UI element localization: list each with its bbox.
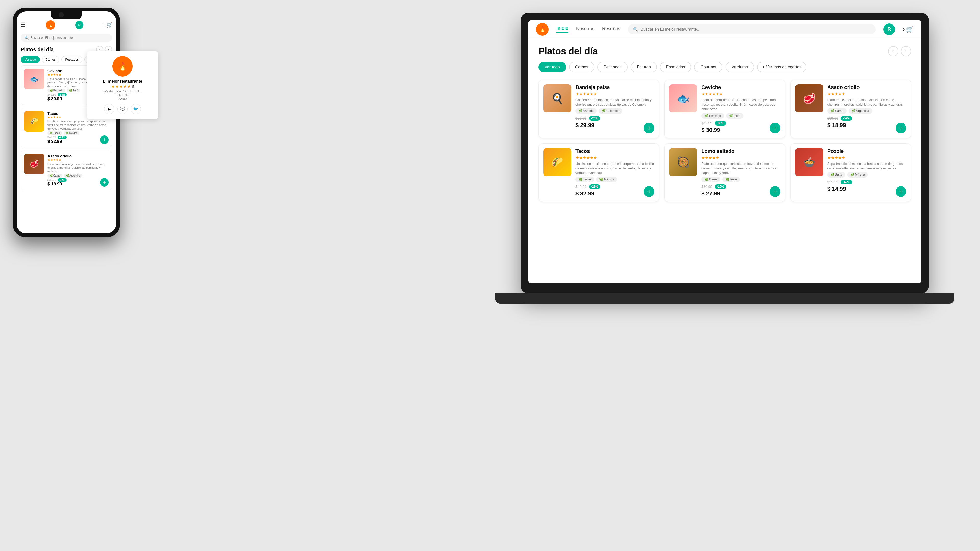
price-new-ceviche: $ 30.99: [701, 127, 780, 133]
price-row-bandeja: $39.99 -25%: [576, 116, 654, 121]
filter-btn-gourmet[interactable]: Gourmet: [694, 62, 722, 73]
phone-tag-pescado: 🌿 Pescado: [48, 89, 65, 92]
discount-tacos: -23%: [589, 184, 600, 189]
product-name-bandeja: Bandeja paisa: [576, 84, 654, 90]
product-desc-tacos: Un clásico mexicano propone incorporar a…: [576, 162, 654, 176]
hamburger-icon[interactable]: ☰: [21, 22, 26, 28]
phone-device: ☰ 🔥 R 0 🛒 🔍 Platos del día ‹ ›: [13, 8, 120, 237]
restaurant-location: Washington D.C., EE.UU.: [92, 89, 153, 93]
product-image-bandeja: 🍳: [543, 84, 571, 113]
price-new-bandeja: $ 29.99: [576, 122, 654, 129]
add-btn-pozole[interactable]: +: [896, 186, 906, 197]
nav-link-nosotros[interactable]: Nosotros: [576, 26, 594, 32]
product-tags-pozole: 🌿 Sopa 🌿 México: [827, 172, 906, 178]
phone-camera: [59, 12, 64, 17]
phone-add-asado[interactable]: +: [100, 178, 109, 187]
price-row-tacos: $42.99 -23%: [576, 184, 654, 189]
phone-filter-pescados[interactable]: Pescados: [61, 56, 83, 63]
product-tags-asado: 🌿 Carne 🌿 Argentina: [827, 108, 906, 114]
section-title: Platos del día: [538, 46, 598, 57]
product-info-tacos: Tacos ★★★★★★ Un clásico mexicano propone…: [576, 148, 654, 197]
add-btn-bandeja[interactable]: +: [644, 123, 654, 133]
add-btn-ceviche[interactable]: +: [770, 123, 780, 133]
phone-discount-ceviche: -38%: [58, 93, 67, 97]
plus-icon: +: [762, 65, 765, 69]
phone-frame: ☰ 🔥 R 0 🛒 🔍 Platos del día ‹ ›: [13, 8, 120, 237]
user-avatar[interactable]: R: [883, 24, 895, 35]
phone-add-tacos[interactable]: +: [100, 135, 109, 144]
phone-tag-mexico: 🌿 México: [64, 131, 80, 135]
filter-btn-frituras[interactable]: Frituras: [631, 62, 657, 73]
tag-peru-lomo: 🌿 Perú: [722, 176, 740, 182]
phone-desc-tacos: Un clásico mexicano propone incorporar a…: [48, 120, 109, 130]
search-bar[interactable]: 🔍: [628, 24, 876, 34]
phone-search-input[interactable]: [30, 36, 108, 40]
phone-filter-all[interactable]: Ver todo: [21, 56, 40, 63]
filter-btn-pescados[interactable]: Pescados: [597, 62, 628, 73]
product-card-pozole: 🍲 Pozole ★★★★★ Sopa tradicional mexicana…: [791, 143, 911, 202]
filter-btn-verduras[interactable]: Verduras: [725, 62, 754, 73]
cart-button[interactable]: 0 🛒: [903, 26, 914, 33]
product-name-lomo: Lomo saltado: [701, 148, 780, 154]
product-image-asado: 🥩: [795, 84, 823, 113]
prev-arrow[interactable]: ‹: [888, 46, 898, 56]
twitter-button[interactable]: 🐦: [130, 104, 141, 114]
phone-price-new-asado: $ 18.99: [48, 182, 109, 187]
product-desc-ceviche: Plato bandera del Perú. Hecho a base de …: [701, 98, 780, 112]
restaurant-logo: 🔥: [112, 56, 133, 76]
product-name-pozole: Pozole: [827, 148, 906, 154]
product-image-lomo: 🥘: [669, 148, 697, 176]
price-new-lomo: $ 27.99: [701, 190, 780, 197]
filter-btn-ensaladas[interactable]: Ensaladas: [660, 62, 691, 73]
main-content: Platos del día ‹ › Ver todo Carnes Pesca…: [528, 38, 921, 283]
nav-links: Inicio Nosotros Reseñas: [556, 26, 620, 33]
phone-tag-argentina: 🌿 Argentina: [64, 174, 83, 178]
phone-screen: ☰ 🔥 R 0 🛒 🔍 Platos del día ‹ ›: [17, 11, 116, 233]
product-card-lomo: 🥘 Lomo saltado ★★★★★ Plato peruano que c…: [664, 143, 785, 202]
nav-link-resenas[interactable]: Reseñas: [602, 26, 620, 32]
filter-btn-all[interactable]: Ver todo: [538, 62, 566, 73]
product-stars-tacos: ★★★★★★: [576, 156, 654, 160]
product-tags-tacos: 🌿 Tacos 🌿 México: [576, 176, 654, 182]
phone-img-asado: 🥩: [24, 154, 45, 174]
phone-search-bar[interactable]: 🔍: [21, 34, 112, 42]
price-new-pozole: $ 14.99: [827, 186, 906, 192]
price-row-asado: $39.99 -52%: [827, 116, 906, 121]
product-info-asado: Asado criollo ★★★★★ Plato tradicional ar…: [827, 84, 906, 133]
category-filters: Ver todo Carnes Pescados Frituras Ensala…: [538, 62, 911, 73]
phone-tags-asado: 🌿 Carne 🌿 Argentina: [48, 174, 109, 178]
whatsapp-button[interactable]: 💬: [118, 104, 127, 114]
price-new-tacos: $ 32.99: [576, 190, 654, 197]
product-card-ceviche: 🐟 Ceviche ★★★★★★ Plato bandera del Perú.…: [664, 79, 785, 138]
price-old-ceviche: $49.99: [701, 121, 712, 125]
price-old-asado: $39.99: [827, 116, 838, 121]
cart-icon: 🛒: [906, 26, 914, 33]
phone-name-asado: Asado criollo: [48, 154, 109, 158]
search-input[interactable]: [641, 27, 870, 32]
nav-link-inicio[interactable]: Inicio: [556, 26, 568, 33]
phone-avatar[interactable]: R: [75, 21, 83, 29]
phone-cart-icon: 🛒: [107, 22, 112, 28]
discount-ceviche: -38%: [715, 121, 726, 125]
product-stars-pozole: ★★★★★: [827, 156, 906, 160]
youtube-button[interactable]: ▶: [104, 104, 115, 114]
phone-tag-tacos: 🌿 Tacos: [48, 131, 62, 135]
phone-filter-carnes[interactable]: Carnes: [42, 56, 59, 63]
phone-logo: 🔥: [46, 21, 55, 30]
restaurant-rating: ★★★★★ 5: [92, 84, 153, 89]
product-name-tacos: Tacos: [576, 148, 654, 154]
add-btn-lomo[interactable]: +: [770, 186, 780, 197]
filter-btn-more[interactable]: + Ver más categorías: [757, 62, 807, 73]
cart-count: 0: [903, 27, 905, 32]
phone-stars-asado: ★★★★★: [48, 158, 109, 162]
phone-img-tacos: 🌮: [24, 111, 45, 132]
tag-colombia: 🌿 Colombia: [599, 108, 622, 114]
laptop-device: 🔥 Inicio Nosotros Reseñas 🔍 R 0 🛒: [520, 13, 929, 293]
phone-cart[interactable]: 0 🛒: [103, 22, 112, 28]
product-desc-asado: Plato tradicional argentino. Consiste en…: [827, 98, 906, 107]
next-arrow[interactable]: ›: [901, 46, 911, 56]
phone-price-row-tacos: $42.99 -23%: [48, 136, 109, 139]
add-btn-asado[interactable]: +: [896, 123, 906, 133]
filter-btn-carnes[interactable]: Carnes: [569, 62, 595, 73]
product-name-ceviche: Ceviche: [701, 84, 780, 90]
